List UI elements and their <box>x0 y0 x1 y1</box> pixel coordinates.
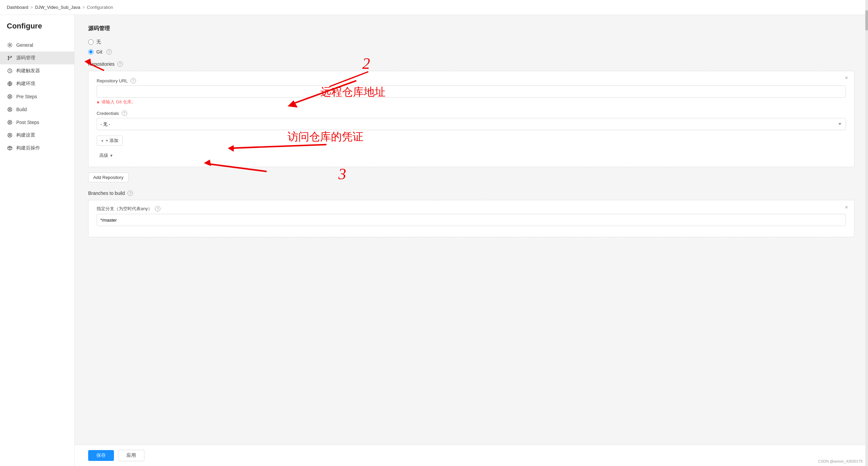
sidebar-item-build-env[interactable]: 构建环境 <box>0 77 74 90</box>
repositories-label: Repositories ? <box>88 61 854 67</box>
repositories-section: Repositories ? × Repository URL ? ● 请输入 … <box>88 61 854 167</box>
repo-card-close-button[interactable]: × <box>844 75 849 81</box>
gear-icon <box>7 42 13 48</box>
breadcrumb: Dashboard > DJW_Video_Sub_Java > Configu… <box>0 0 868 15</box>
svg-point-8 <box>8 107 12 112</box>
branch-card: × 指定分支（为空时代表any） ? <box>88 200 854 237</box>
branch-icon <box>7 55 13 61</box>
breadcrumb-sep-1: > <box>31 5 33 10</box>
radio-none-input[interactable] <box>88 39 94 45</box>
sidebar-item-post-steps[interactable]: Post Steps <box>0 116 74 129</box>
credentials-field-group: Credentials ? - 无 - <box>97 110 846 130</box>
repo-url-label: Repository URL ? <box>97 78 846 83</box>
sidebar-label-post-steps: Post Steps <box>16 120 39 125</box>
breadcrumb-dashboard[interactable]: Dashboard <box>7 5 28 10</box>
repo-url-help-icon[interactable]: ? <box>131 78 136 83</box>
repo-url-input[interactable] <box>97 85 846 98</box>
sidebar-item-build[interactable]: Build <box>0 103 74 116</box>
sidebar-label-env: 构建环境 <box>16 81 35 87</box>
sidebar-label-build-settings: 构建设置 <box>16 132 35 138</box>
svg-point-12 <box>8 133 12 137</box>
branch-input[interactable] <box>97 214 846 226</box>
sidebar-item-source-management[interactable]: 源码管理 <box>0 52 74 64</box>
breadcrumb-sep-2: > <box>82 5 85 10</box>
branch-field-group: 指定分支（为空时代表any） ? <box>97 206 846 226</box>
breadcrumb-project[interactable]: DJW_Video_Sub_Java <box>35 5 80 10</box>
radio-git-label: Git <box>96 49 102 55</box>
branch-field-label: 指定分支（为空时代表any） ? <box>97 206 846 212</box>
add-repository-button[interactable]: Add Repository <box>88 173 129 182</box>
svg-point-6 <box>8 95 12 99</box>
sidebar-label-pre-steps: Pre Steps <box>16 94 37 99</box>
git-help-icon[interactable]: ? <box>106 49 112 55</box>
clock-icon <box>7 68 13 74</box>
svg-point-0 <box>9 44 11 46</box>
repo-card: × Repository URL ? ● 请输入 Git 仓库。 <box>88 71 854 167</box>
pre-steps-icon <box>7 94 13 100</box>
watermark: CSDN @weixin_42600179 <box>818 459 863 463</box>
sidebar-item-build-trigger[interactable]: 构建触发器 <box>0 64 74 77</box>
sidebar-label-post-build: 构建后操作 <box>16 145 40 151</box>
svg-point-10 <box>8 120 12 124</box>
sidebar-item-pre-steps[interactable]: Pre Steps <box>0 90 74 103</box>
credentials-select[interactable]: - 无 - <box>97 118 846 130</box>
scroll-thumb[interactable] <box>865 10 868 31</box>
sidebar-label-general: General <box>16 42 33 48</box>
scrollbar[interactable] <box>865 0 868 466</box>
cube-icon <box>7 145 13 151</box>
branches-help-icon[interactable]: ? <box>127 190 133 196</box>
error-circle-icon: ● <box>97 99 99 105</box>
chevron-down-icon: ▼ <box>110 154 113 158</box>
radio-none-label: 无 <box>96 39 101 45</box>
sidebar-item-general[interactable]: General <box>0 39 74 52</box>
repositories-help-icon[interactable]: ? <box>117 61 123 67</box>
sidebar: Configure General 源码管理 <box>0 15 75 466</box>
credentials-help-icon[interactable]: ? <box>122 110 127 116</box>
post-steps-icon <box>7 119 13 125</box>
breadcrumb-current: Configuration <box>87 5 113 10</box>
action-bar: 保存 应用 <box>75 445 868 466</box>
radio-git-input[interactable] <box>88 49 94 55</box>
sidebar-label-trigger: 构建触发器 <box>16 68 40 74</box>
sidebar-item-build-settings[interactable]: 构建设置 <box>0 129 74 142</box>
branch-card-close-button[interactable]: × <box>844 204 849 211</box>
section-title: 源码管理 <box>88 25 854 32</box>
repo-url-field-group: Repository URL ? ● 请输入 Git 仓库。 <box>97 78 846 105</box>
build-icon <box>7 106 13 113</box>
content-area: 源码管理 无 Git ? Repositories ? × <box>75 15 868 466</box>
branch-field-help-icon[interactable]: ? <box>155 206 160 211</box>
globe-icon <box>7 81 13 87</box>
build-settings-icon <box>7 132 13 138</box>
save-button[interactable]: 保存 <box>88 450 114 461</box>
sidebar-label-source: 源码管理 <box>16 55 35 61</box>
sidebar-item-post-build[interactable]: 构建后操作 <box>0 142 74 155</box>
add-credentials-button[interactable]: + + 添加 <box>97 136 123 146</box>
main-layout: Configure General 源码管理 <box>0 15 868 466</box>
plus-icon: + <box>101 138 104 143</box>
repo-url-error: ● 请输入 Git 仓库。 <box>97 99 846 105</box>
apply-button[interactable]: 应用 <box>118 450 144 461</box>
radio-none[interactable]: 无 <box>88 39 854 45</box>
radio-group: 无 Git ? <box>88 39 854 55</box>
advanced-toggle[interactable]: 高级 ▼ <box>97 151 116 160</box>
branches-label: Branches to build ? <box>88 190 854 196</box>
radio-git[interactable]: Git ? <box>88 49 854 55</box>
sidebar-label-build: Build <box>16 107 27 112</box>
bottom-spacer <box>88 237 854 258</box>
sidebar-title: Configure <box>0 22 74 39</box>
branches-section: Branches to build ? × 指定分支（为空时代表any） ? <box>88 190 854 237</box>
credentials-label: Credentials ? <box>97 110 846 116</box>
